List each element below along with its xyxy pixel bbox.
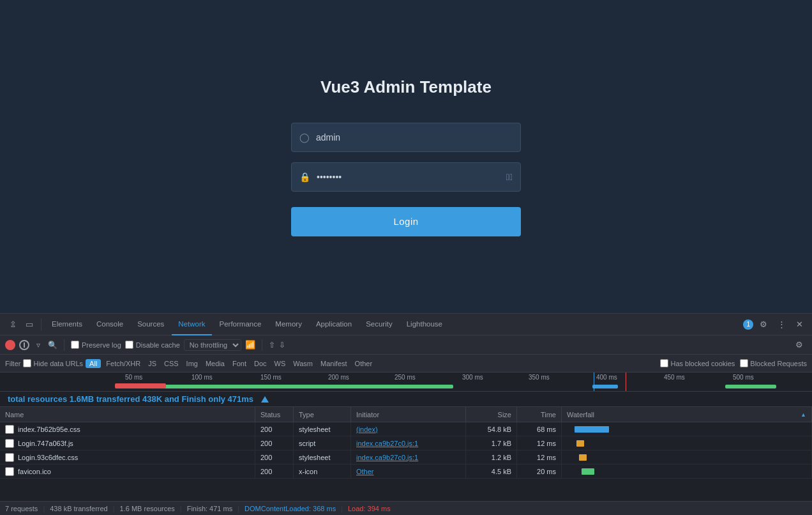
waterfall-annotation: total resources 1.6MB transferred 438K a… (0, 392, 812, 407)
cell-waterfall-0 (562, 422, 812, 436)
cell-name-2: Login.93c6dfec.css (0, 450, 255, 464)
table-row[interactable]: favicon.ico 200 x-icon Other 4.5 kB 20 m… (0, 465, 812, 479)
th-time: Time (517, 407, 562, 422)
filter-bar: Filter Hide data URLs All Fetch/XHR JS C… (0, 355, 812, 373)
th-name: Name (0, 407, 255, 422)
devtools-cursor-icon[interactable]: ⇫ (5, 317, 20, 332)
timeline-350ms: 350 ms (529, 374, 550, 381)
timeline-bar-red (115, 383, 166, 388)
tab-network[interactable]: Network (172, 314, 211, 335)
search-icon[interactable]: 🔍 (47, 340, 57, 350)
timeline-150ms: 150 ms (260, 374, 282, 381)
wifi-icon: 📶 (245, 340, 255, 350)
network-table[interactable]: Name Status Type Initiator Size Time Wat… (0, 407, 812, 501)
th-waterfall: Waterfall ▲ (562, 407, 812, 422)
cell-status-2: 200 (255, 450, 294, 464)
tab-performance[interactable]: Performance (213, 314, 268, 335)
cell-initiator-2[interactable]: index.ca9b27c0.js:1 (351, 450, 466, 464)
disable-cache-checkbox[interactable] (125, 341, 133, 349)
row-checkbox-1[interactable] (5, 439, 14, 448)
timeline-bar-blue-1 (592, 385, 618, 388)
notification-badge: 1 (743, 319, 753, 330)
cell-time-3: 20 ms (517, 465, 562, 478)
tab-elements[interactable]: Elements (45, 314, 89, 335)
cell-initiator-1[interactable]: index.ca9b27c0.js:1 (351, 436, 466, 450)
table-row[interactable]: index.7b62b95e.css 200 stylesheet (index… (0, 422, 812, 436)
requests-count: 7 requests (5, 505, 38, 512)
filter-js-button[interactable]: JS (146, 359, 159, 368)
disable-cache-label: Disable cache (125, 341, 180, 349)
tab-application[interactable]: Application (310, 314, 358, 335)
devtools-panel: ⇫ ▭ Elements Console Sources Network Per… (0, 313, 812, 515)
password-input[interactable] (317, 172, 506, 182)
filter-css-button[interactable]: CSS (162, 359, 181, 368)
table-row[interactable]: Login.93c6dfec.css 200 stylesheet index.… (0, 450, 812, 465)
more-options-icon[interactable]: ⋮ (774, 317, 789, 332)
cell-type-0: stylesheet (294, 422, 351, 436)
filter-wasm-button[interactable]: Wasm (290, 359, 315, 368)
filter-other-button[interactable]: Other (352, 359, 375, 368)
filter-font-button[interactable]: Font (230, 359, 249, 368)
login-button[interactable]: Login (291, 207, 521, 236)
nt-sep-2 (262, 339, 262, 351)
load-line (626, 373, 626, 391)
filter-manifest-button[interactable]: Manifest (318, 359, 350, 368)
blocked-requests-checkbox[interactable] (740, 359, 748, 367)
timeline-450ms: 450 ms (664, 374, 685, 381)
filter-icon[interactable]: ▿ (33, 340, 43, 350)
page-title: Vue3 Admin Template (320, 77, 492, 97)
filter-all-button[interactable]: All (86, 359, 101, 368)
toolbar-separator (41, 319, 41, 330)
cell-type-1: script (294, 436, 351, 450)
tab-memory[interactable]: Memory (269, 314, 308, 335)
devtools-tabs: Elements Console Sources Network Perform… (45, 314, 742, 335)
cell-name-0: index.7b62b95e.css (0, 422, 255, 436)
timeline-100ms: 100 ms (192, 374, 213, 381)
eye-toggle-icon[interactable]: 👁̸ (506, 172, 513, 182)
row-checkbox-2[interactable] (5, 453, 14, 462)
hide-urls-checkbox[interactable] (23, 359, 31, 367)
network-settings-icon[interactable]: ⚙ (792, 337, 807, 353)
tab-lighthouse[interactable]: Lighthouse (400, 314, 449, 335)
tab-sources[interactable]: Sources (131, 314, 170, 335)
cell-initiator-3[interactable]: Other (351, 465, 466, 478)
cell-time-2: 12 ms (517, 450, 562, 464)
stop-button[interactable] (19, 340, 29, 350)
tab-security[interactable]: Security (359, 314, 399, 335)
cell-status-3: 200 (255, 465, 294, 478)
filter-doc-button[interactable]: Doc (252, 359, 269, 368)
record-button[interactable] (5, 340, 15, 350)
table-row[interactable]: Login.747a063f.js 200 script index.ca9b2… (0, 436, 812, 450)
preserve-log-checkbox[interactable] (71, 341, 79, 349)
throttle-select[interactable]: No throttling (184, 339, 241, 351)
timeline-bar-green (121, 385, 453, 388)
has-blocked-checkbox[interactable] (660, 359, 668, 367)
network-toolbar: ▿ 🔍 Preserve log Disable cache No thrott… (0, 335, 812, 355)
timeline-250ms: 250 ms (395, 374, 416, 381)
username-input[interactable] (316, 132, 513, 142)
upload-icon[interactable]: ⇧ (269, 341, 275, 350)
settings-icon[interactable]: ⚙ (756, 317, 771, 332)
tab-console[interactable]: Console (90, 314, 130, 335)
table-header: Name Status Type Initiator Size Time Wat… (0, 407, 812, 422)
row-checkbox-3[interactable] (5, 467, 14, 476)
devtools-toolbar: ⇫ ▭ Elements Console Sources Network Per… (0, 314, 812, 335)
filter-ws-button[interactable]: WS (272, 359, 289, 368)
has-blocked-label: Has blocked cookies (660, 359, 735, 367)
devtools-window-icon[interactable]: ▭ (22, 317, 37, 332)
cell-time-0: 68 ms (517, 422, 562, 436)
cell-type-3: x-icon (294, 465, 351, 478)
password-input-group: 🔒 👁̸ (291, 162, 521, 192)
cell-name-1: Login.747a063f.js (0, 436, 255, 450)
filter-img-button[interactable]: Img (184, 359, 200, 368)
cell-initiator-0[interactable]: (index) (351, 422, 466, 436)
close-devtools-icon[interactable]: ✕ (792, 317, 807, 332)
lock-icon: 🔒 (299, 172, 310, 182)
filter-media-button[interactable]: Media (203, 359, 227, 368)
filter-fetch-xhr-button[interactable]: Fetch/XHR (103, 359, 143, 368)
row-checkbox-0[interactable] (5, 425, 14, 434)
download-icon[interactable]: ⇩ (279, 341, 285, 350)
cell-type-2: stylesheet (294, 450, 351, 464)
arrow-up-icon (261, 396, 269, 403)
th-initiator: Initiator (351, 407, 466, 422)
